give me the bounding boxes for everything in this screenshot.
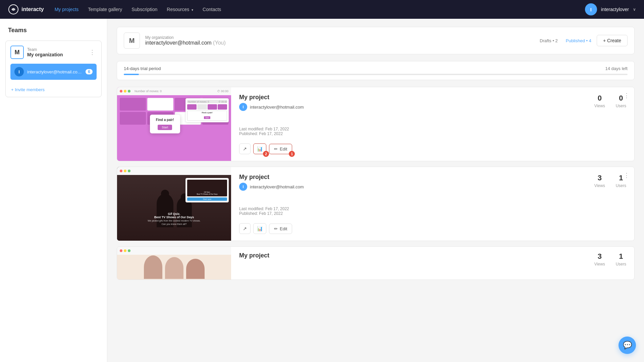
project-meta: Last modified: Feb 17, 2022 Published: F… [239,206,626,216]
member-avatar: I [14,67,24,76]
org-initial: M [124,33,140,49]
project-details: My project 3 Views 1 Users [231,247,634,280]
invite-members-link[interactable]: + Invite members [10,84,97,97]
project-details: ⋮ My project I interactylover@hotmail.co… [231,167,634,241]
project-stats: 3 Views 1 Users [594,174,626,188]
project-thumbnail [117,247,231,280]
project-title: My project [239,94,304,101]
user-menu[interactable]: I interactylover ∨ [585,3,636,15]
users-label: Users [616,183,626,188]
team-name: My organization [27,52,85,57]
main-content: M My organization interactylover@hotmail… [107,19,644,362]
nav-subscription[interactable]: Subscription [131,7,157,12]
team-more-icon[interactable]: ⋮ [88,47,97,57]
drafts-stat: Drafts • 2 [540,38,558,43]
user-name-label: interactylover [601,7,629,12]
project-more-icon[interactable]: ⋮ [624,172,630,179]
stats-button[interactable]: 📊 [253,223,266,234]
project-card: Number of moves: 0 ⏱ 00:00 [117,87,635,161]
nav-links: My projects Template gallery Subscriptio… [55,7,574,12]
project-more-icon[interactable]: ⋮ [624,92,630,99]
org-name-label: My organization [145,35,534,40]
member-email: interactylover@hotmail.com... [27,69,82,74]
team-initial: M [10,46,24,59]
owner-avatar: I [239,183,247,191]
nav-resources[interactable]: Resources ▾ [167,7,193,12]
project-actions: ↗ 📊 2 ✏ Edit 1 [239,143,626,154]
views-label: Views [594,183,605,188]
project-title: My project [239,252,269,259]
top-navigation: interacty My projects Template gallery S… [0,0,644,19]
owner-email: interactylover@hotmail.com [250,105,304,110]
team-card: M Team My organization ⋮ I interactylove… [5,41,102,97]
users-count: 1 [616,252,626,261]
team-info: Team My organization [27,47,85,57]
views-count: 3 [594,252,605,261]
trial-progress-fill [124,74,139,75]
owner-avatar: I [239,103,247,111]
project-actions: ↗ 📊 ✏ Edit [239,223,626,234]
nav-my-projects[interactable]: My projects [55,7,79,12]
users-label: Users [616,104,626,108]
user-menu-chevron-icon: ∨ [633,7,636,12]
project-stats: 0 Views 0 Users [594,94,626,109]
project-details: ⋮ My project I interactylover@hotmail.co… [231,87,634,161]
project-stats: 3 Views 1 Users [594,252,626,267]
sidebar: Teams M Team My organization ⋮ I interac… [0,19,107,362]
org-info: My organization interactylover@hotmail.c… [145,35,534,46]
project-card: Gif Quiz.Best TV Shows of Our DaysWe pic… [117,167,635,241]
edit-button[interactable]: ✏ Edit [269,224,292,234]
published-stat-link[interactable]: Published • 4 [566,38,591,43]
edit-badge: 1 [289,151,295,157]
project-meta: Last modified: Feb 17, 2022 Published: F… [239,127,626,136]
logo-text: interacty [21,6,44,12]
chat-icon: 💬 [623,341,632,350]
trial-label: 14-days trial period [124,66,161,71]
views-count: 0 [594,94,605,103]
project-card: My project 3 Views 1 Users [117,246,635,280]
project-thumbnail: Gif Quiz.Best TV Shows of Our DaysWe pic… [117,167,231,241]
project-thumbnail: Number of moves: 0 ⏱ 00:00 [117,87,231,161]
org-stats: Drafts • 2 Published • 4 [540,38,591,43]
stats-badge: 2 [263,151,269,157]
owner-email: interactylover@hotmail.com [250,184,304,189]
edit-pencil-icon: ✏ [274,226,278,231]
chat-button[interactable]: 💬 [619,337,636,354]
resources-dropdown-icon: ▾ [192,8,193,12]
nav-template-gallery[interactable]: Template gallery [88,7,122,12]
logo[interactable]: interacty [8,4,44,15]
trial-days-left: 14 days left [605,66,628,71]
sidebar-title: Teams [5,27,102,34]
views-label: Views [594,104,605,108]
team-label: Team [27,47,85,52]
org-header: M My organization interactylover@hotmail… [117,27,635,54]
project-title: My project [239,174,304,181]
member-row[interactable]: I interactylover@hotmail.com... 6 [10,64,97,80]
trial-bar: 14-days trial period 14 days left [117,61,635,80]
trial-progress-background [124,74,628,75]
views-count: 3 [594,174,605,182]
nav-contacts[interactable]: Contacts [203,7,221,12]
create-button[interactable]: + Create [597,35,628,46]
open-button[interactable]: ↗ [239,223,251,234]
member-badge: 6 [86,69,93,74]
user-avatar: I [585,3,597,15]
edit-pencil-icon: ✏ [274,146,278,152]
open-button[interactable]: ↗ [239,143,251,154]
org-email: interactylover@hotmail.com (You) [145,40,534,46]
